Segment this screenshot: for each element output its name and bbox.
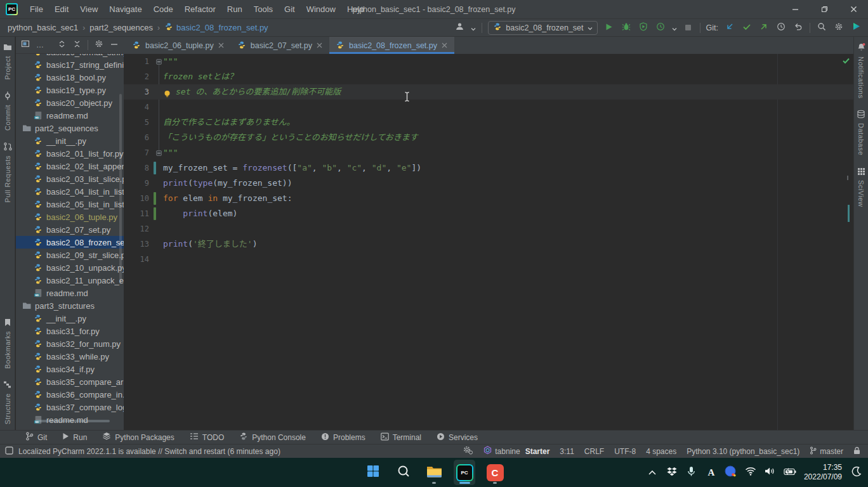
tree-item-file[interactable]: basic17_string_definition: [16, 58, 124, 71]
tree-item-file[interactable]: basic18_bool.py: [16, 71, 124, 84]
code-line[interactable]: 5自分で作ることはまずありません。: [124, 115, 853, 130]
editor-tab[interactable]: basic2_08_frozen_set.py: [329, 37, 454, 54]
event-log-icon[interactable]: [5, 446, 13, 457]
tree-item-file[interactable]: basic2_06_tuple.py: [16, 211, 124, 223]
tabnine-widget[interactable]: tabnine Starter: [483, 446, 549, 457]
sidebar-item-notifications[interactable]: Notifications: [857, 37, 866, 104]
maximize-button[interactable]: [810, 0, 839, 19]
python-interpreter[interactable]: Python 3.10 (python_basic_sec1): [687, 447, 799, 456]
pycharm-taskbar-icon[interactable]: PC: [454, 460, 475, 485]
collapse-all-icon[interactable]: [72, 39, 81, 51]
tree-item-file[interactable]: basic36_compare_in.py: [16, 388, 124, 401]
run-configuration-select[interactable]: basic2_08_frozen_set: [488, 21, 597, 35]
toolwindow-button-services[interactable]: Services: [430, 431, 484, 445]
tree-item-file[interactable]: __init__.py: [16, 312, 124, 325]
start-button[interactable]: [362, 460, 384, 485]
tree-item-file[interactable]: MDreadme.md: [16, 287, 124, 299]
status-message[interactable]: Localized PyCharm 2022.1.1 is available …: [18, 447, 280, 456]
taskbar-clock[interactable]: 17:35 2022/07/09: [804, 463, 842, 482]
code-line[interactable]: 1""": [124, 54, 853, 69]
overflow-more-label[interactable]: …: [36, 41, 44, 49]
focus-assist-moon-icon[interactable]: [850, 466, 862, 479]
tree-item-file[interactable]: basic2_07_set.py: [16, 223, 124, 236]
sidebar-item-pull-requests[interactable]: Pull Requests: [3, 136, 12, 208]
tree-item-file[interactable]: basic35_compare_arithm: [16, 375, 124, 388]
sidebar-item-structure[interactable]: Structure: [3, 375, 11, 430]
code-line[interactable]: 4: [124, 100, 853, 115]
ime-mode-indicator[interactable]: A: [706, 467, 717, 478]
menu-window[interactable]: Window: [301, 0, 341, 19]
git-commit-button[interactable]: [741, 22, 753, 34]
tree-item-file[interactable]: basic2_02_list_append.py: [16, 160, 124, 172]
menu-code[interactable]: Code: [148, 0, 179, 19]
tree-item-file[interactable]: basic2_03_list_slice.py: [16, 172, 124, 185]
battery-icon[interactable]: [784, 467, 796, 478]
history-button[interactable]: [775, 22, 787, 34]
tree-item-file[interactable]: basic16_format_string.py: [16, 54, 124, 58]
stop-button[interactable]: [683, 22, 694, 34]
toolwindow-button-todo[interactable]: TODO: [183, 431, 230, 445]
dropbox-icon[interactable]: [666, 467, 678, 479]
menu-help[interactable]: Help: [341, 0, 370, 19]
tray-chevron-up-icon[interactable]: [647, 467, 658, 478]
line-separator[interactable]: CRLF: [584, 447, 604, 456]
user-dropdown-icon[interactable]: [471, 22, 476, 34]
menu-edit[interactable]: Edit: [49, 0, 74, 19]
toolwindow-button-terminal[interactable]: Terminal: [374, 431, 428, 445]
close-button[interactable]: [839, 0, 868, 19]
profiler-dropdown-icon[interactable]: [672, 22, 677, 34]
tree-vertical-scrollbar[interactable]: [119, 94, 122, 284]
search-everywhere-icon[interactable]: [816, 22, 827, 34]
run-button[interactable]: [603, 22, 615, 34]
minimize-button[interactable]: [780, 0, 810, 19]
menu-refactor[interactable]: Refactor: [179, 0, 221, 19]
code-editor[interactable]: 1"""2frozen setとは？3set の、あとからの要素追加/削除不可能…: [124, 54, 853, 430]
sidebar-item-commit[interactable]: Commit: [3, 86, 12, 136]
menu-view[interactable]: View: [74, 0, 103, 19]
expand-all-icon[interactable]: [57, 39, 66, 51]
tree-item-file[interactable]: __init__.py: [16, 134, 124, 147]
tab-close-icon[interactable]: [316, 42, 323, 49]
tree-item-folder[interactable]: part2_sequences: [16, 122, 124, 134]
sidebar-item-sciview[interactable]: SciView: [857, 162, 866, 212]
fold-toggle-icon[interactable]: [156, 59, 162, 65]
code-line[interactable]: 6「こういうものが存在する」ということのお知らせだけしておきます: [124, 130, 853, 145]
code-line[interactable]: 8my_frozen_set = frozenset(["a", "b", "c…: [124, 160, 853, 176]
file-explorer-icon[interactable]: [423, 460, 445, 485]
indent-setting[interactable]: 4 spaces: [646, 447, 676, 456]
tree-item-file[interactable]: basic31_for.py: [16, 325, 124, 337]
git-push-button[interactable]: [758, 22, 770, 34]
toolwindow-button-python-console[interactable]: Python Console: [233, 431, 312, 445]
code-line[interactable]: 14: [124, 252, 853, 267]
tree-horizontal-scrollbar[interactable]: [35, 420, 110, 422]
menu-run[interactable]: Run: [221, 0, 248, 19]
tree-item-file[interactable]: basic34_if.py: [16, 363, 124, 375]
tree-item-file[interactable]: MDreadme.md: [16, 109, 124, 122]
sidebar-item-project[interactable]: Project: [3, 37, 12, 86]
tree-item-file[interactable]: basic2_04_list_in_list.py: [16, 185, 124, 198]
code-line[interactable]: 10for elem in my_frozen_set:: [124, 191, 853, 206]
tray-app-sphere-icon[interactable]: [725, 465, 737, 480]
file-encoding[interactable]: UTF-8: [614, 447, 636, 456]
select-opened-file-icon[interactable]: [21, 39, 30, 51]
toolwindow-button-problems[interactable]: Problems: [315, 431, 372, 445]
code-line[interactable]: 13print('終了しました'): [124, 237, 853, 252]
tree-item-file[interactable]: basic33_while.py: [16, 350, 124, 363]
tab-close-icon[interactable]: [441, 42, 448, 49]
tree-item-file[interactable]: basic19_type.py: [16, 84, 124, 96]
tree-item-file[interactable]: basic2_01_list_for.py: [16, 147, 124, 160]
breadcrumb-item[interactable]: part2_sequences: [88, 23, 154, 32]
code-line[interactable]: 11 print(elem): [124, 206, 853, 221]
debug-button[interactable]: [621, 22, 632, 34]
tree-item-folder[interactable]: part3_structures: [16, 299, 124, 312]
tree-item-file[interactable]: basic32_for_num.py: [16, 337, 124, 350]
editor-tab[interactable]: basic2_06_tuple.py: [126, 37, 231, 54]
tree-item-file[interactable]: basic2_11_unpack_errors: [16, 274, 124, 287]
menu-file[interactable]: File: [24, 0, 49, 19]
sidebar-item-database[interactable]: Database: [857, 104, 866, 161]
microphone-icon[interactable]: [686, 466, 697, 479]
breadcrumb-item[interactable]: basic2_08_frozen_set.py: [163, 22, 270, 33]
panel-settings-gear-icon[interactable]: [95, 39, 103, 51]
camtasia-taskbar-icon[interactable]: C: [484, 460, 506, 485]
hide-panel-icon[interactable]: [110, 39, 119, 51]
